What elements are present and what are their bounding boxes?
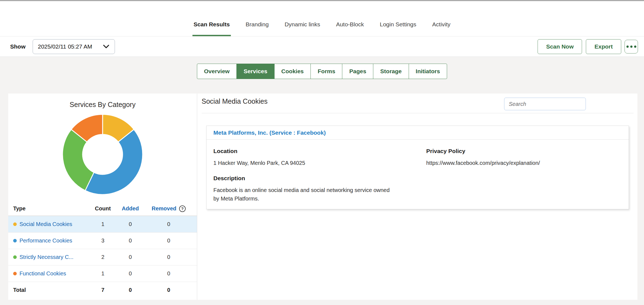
top-tabs: Scan ResultsBrandingDynamic linksAuto-Bl… <box>193 21 452 36</box>
subtab[interactable]: Initiators <box>409 64 447 79</box>
category-count: 1 <box>91 221 115 227</box>
service-card-title-link[interactable]: Meta Platforms, Inc. (Service : Facebook… <box>213 129 326 136</box>
category-added: 0 <box>115 238 145 244</box>
category-link[interactable]: Strictly Necessary C... <box>19 254 74 260</box>
subtab[interactable]: Forms <box>310 64 342 79</box>
content-panels: Services By Category Type Count Added Re… <box>8 94 637 300</box>
top-tab-label: Auto-Block <box>336 21 364 27</box>
top-tab-bar: Scan ResultsBrandingDynamic linksAuto-Bl… <box>0 1 644 36</box>
top-tab[interactable]: Dynamic links <box>284 21 321 36</box>
subtab[interactable]: Overview <box>197 64 237 79</box>
search-input[interactable] <box>509 101 582 107</box>
category-link[interactable]: Performance Cookies <box>19 238 72 244</box>
privacy-policy-value: https://www.facebook.com/privacy/explana… <box>426 160 622 166</box>
top-tab-label: Branding <box>246 21 269 27</box>
donut-slice-performance-cookies[interactable] <box>85 129 143 194</box>
top-tab[interactable]: Activity <box>431 21 452 36</box>
col-added-header[interactable]: Added <box>115 205 145 212</box>
subtab-label: Storage <box>380 68 402 75</box>
ellipsis-icon <box>626 46 629 48</box>
col-count-header: Count <box>91 205 115 212</box>
panel-divider <box>202 113 634 113</box>
category-color-dot <box>13 239 17 242</box>
category-added: 0 <box>115 254 145 260</box>
subtab[interactable]: Cookies <box>274 64 311 79</box>
service-card-header: Meta Platforms, Inc. (Service : Facebook… <box>207 126 629 140</box>
top-tab[interactable]: Scan Results <box>193 21 231 36</box>
top-tab-label: Dynamic links <box>285 21 320 27</box>
description-value: Facebook is an online social media and s… <box>213 186 392 203</box>
description-label: Description <box>213 175 426 182</box>
subtab[interactable]: Storage <box>373 64 409 79</box>
category-count: 3 <box>91 238 115 244</box>
top-tab[interactable]: Auto-Block <box>335 21 365 36</box>
top-tab-label: Login Settings <box>380 21 416 27</box>
category-removed: 0 <box>145 254 192 260</box>
subtab[interactable]: Pages <box>342 64 373 79</box>
privacy-policy-label: Privacy Policy <box>426 148 622 154</box>
scan-result-subtabs: OverviewServicesCookiesFormsPagesStorage… <box>197 64 447 79</box>
subtab-label: Pages <box>349 68 366 75</box>
top-tab[interactable]: Branding <box>245 21 270 36</box>
subtab-label: Initiators <box>416 68 440 75</box>
top-tab-label: Scan Results <box>194 21 230 27</box>
subtab[interactable]: Services <box>236 64 274 79</box>
total-label: Total <box>13 287 91 293</box>
service-card-body: Location Privacy Policy 1 Hacker Way, Me… <box>207 140 629 203</box>
total-added: 0 <box>115 287 145 293</box>
category-link[interactable]: Social Media Cookies <box>19 221 72 227</box>
search-box <box>504 98 586 110</box>
category-removed: 0 <box>145 270 192 277</box>
category-table-header: Type Count Added Removed ? <box>8 202 197 216</box>
category-removed: 0 <box>145 221 192 227</box>
services-by-category-panel: Services By Category Type Count Added Re… <box>8 94 197 300</box>
location-value: 1 Hacker Way, Menlo Park, CA 94025 <box>213 160 426 166</box>
category-color-dot <box>13 255 17 259</box>
subtab-label: Cookies <box>281 68 304 75</box>
category-link[interactable]: Functional Cookies <box>19 270 66 277</box>
panel-title: Social Media Cookies <box>202 97 267 105</box>
scan-now-button[interactable]: Scan Now <box>538 39 582 54</box>
top-tab-label: Activity <box>432 21 451 27</box>
table-row: Performance Cookies 3 0 0 <box>8 232 197 249</box>
chart-title: Services By Category <box>8 101 197 109</box>
scan-date-select[interactable]: 2025/02/11 05:27 AM <box>33 39 115 54</box>
category-added: 0 <box>115 270 145 277</box>
subtabs-row: OverviewServicesCookiesFormsPagesStorage… <box>0 64 644 79</box>
category-count: 1 <box>91 270 115 277</box>
category-color-dot <box>13 272 17 275</box>
table-row: Functional Cookies 1 0 0 <box>8 265 197 282</box>
category-added: 0 <box>115 221 145 227</box>
top-tab[interactable]: Login Settings <box>379 21 417 36</box>
more-actions-button[interactable] <box>625 40 638 53</box>
category-count: 2 <box>91 254 115 260</box>
total-removed: 0 <box>145 287 192 293</box>
category-table: Type Count Added Removed ? Social Media … <box>8 202 197 298</box>
export-button[interactable]: Export <box>586 39 621 54</box>
help-icon[interactable]: ? <box>179 205 186 212</box>
category-color-dot <box>13 222 17 226</box>
scan-date-value: 2025/02/11 05:27 AM <box>38 43 92 50</box>
total-count: 7 <box>91 287 115 293</box>
chevron-down-icon <box>103 45 109 48</box>
col-type-header: Type <box>13 205 91 212</box>
category-removed: 0 <box>145 238 192 244</box>
show-label: Show <box>10 43 26 50</box>
subtab-label: Forms <box>318 68 335 75</box>
scan-toolbar: Show 2025/02/11 05:27 AM Scan Now Export <box>0 36 644 57</box>
location-label: Location <box>213 148 426 154</box>
subtab-label: Overview <box>204 68 230 75</box>
service-card: Meta Platforms, Inc. (Service : Facebook… <box>206 126 629 209</box>
col-removed-header[interactable]: Removed <box>152 205 176 212</box>
social-media-cookies-panel: Social Media Cookies Meta Platforms, Inc… <box>197 94 637 300</box>
donut-chart-svg[interactable] <box>61 113 144 196</box>
table-row: Social Media Cookies 1 0 0 <box>8 216 197 232</box>
category-table-body: Social Media Cookies 1 0 0 Performance C… <box>8 216 197 282</box>
table-row: Strictly Necessary C... 2 0 0 <box>8 249 197 265</box>
table-total-row: Total 7 0 0 <box>8 282 197 298</box>
donut-chart <box>8 113 197 196</box>
subtab-label: Services <box>244 68 267 75</box>
